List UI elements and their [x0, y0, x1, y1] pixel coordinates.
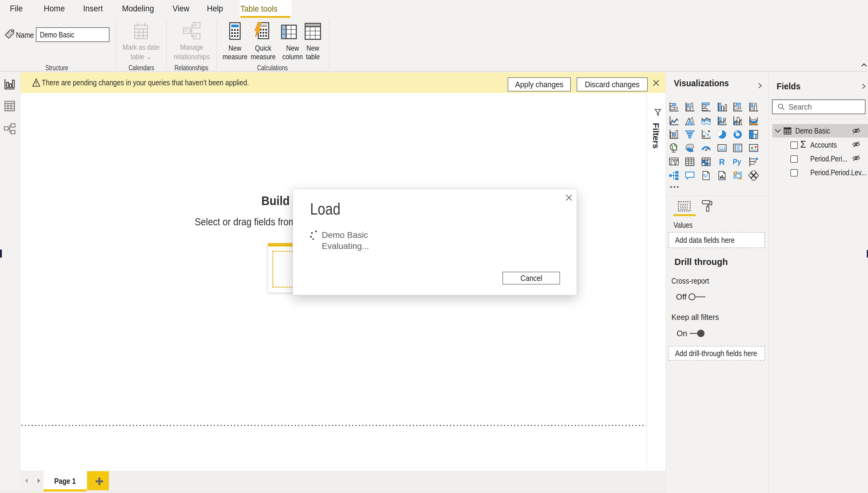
svg-text:Py: Py	[733, 157, 741, 166]
svg-text:R: R	[719, 157, 725, 167]
svg-text:123: 123	[719, 146, 725, 150]
